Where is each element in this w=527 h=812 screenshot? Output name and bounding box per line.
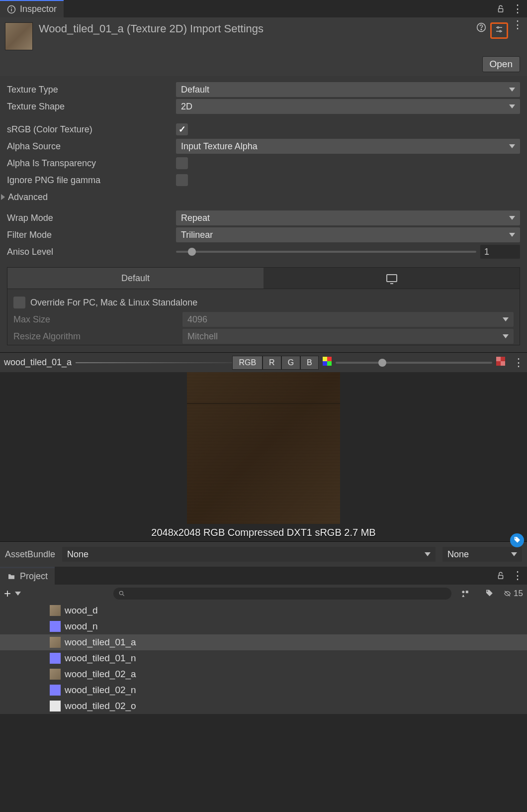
mipmap-icon[interactable] (323, 357, 332, 366)
mip-slider[interactable] (336, 362, 492, 364)
texture-shape-label: Texture Shape (7, 102, 176, 112)
svg-rect-2 (11, 7, 12, 8)
preview-info: 2048x2048 RGB Compressed DXT1 sRGB 2.7 M… (151, 527, 375, 538)
wrap-mode-dropdown[interactable]: Repeat (176, 210, 520, 225)
inspector-tabbar: Inspector ⋮ (0, 0, 527, 17)
lock-icon[interactable] (496, 4, 505, 13)
channel-g-button[interactable]: G (281, 356, 300, 370)
platform-tabs: Default (7, 267, 520, 289)
help-icon[interactable] (476, 22, 486, 32)
alpha-source-dropdown[interactable]: Input Texture Alpha (176, 139, 520, 154)
create-button[interactable]: + (4, 587, 11, 601)
texture-properties: Texture Type Default Texture Shape 2D sR… (0, 76, 527, 352)
file-swatch (50, 653, 61, 664)
platform-tab-standalone[interactable] (264, 268, 520, 289)
resize-algo-label: Resize Algorithm (13, 331, 182, 342)
texture-type-dropdown[interactable]: Default (176, 82, 520, 97)
svg-point-9 (500, 30, 501, 32)
texture-shape-dropdown[interactable]: 2D (176, 99, 520, 114)
svg-rect-14 (466, 591, 468, 593)
header-menu-icon[interactable]: ⋮ (512, 22, 522, 27)
file-row[interactable]: wood_d (0, 603, 527, 618)
alpha-transparency-label: Alpha Is Transparency (7, 158, 176, 169)
file-row[interactable]: wood_tiled_02_n (0, 682, 527, 698)
override-label: Override For PC, Mac & Linux Standalone (30, 298, 197, 308)
svg-rect-10 (499, 575, 503, 579)
svg-point-8 (497, 27, 499, 28)
file-name: wood_tiled_02_n (65, 685, 136, 696)
aniso-level-field[interactable]: 1 (480, 245, 520, 259)
preset-icon[interactable] (495, 25, 504, 34)
project-file-list: wood_dwood_nwood_tiled_01_awood_tiled_01… (0, 603, 527, 714)
alpha-transparency-checkbox[interactable] (176, 157, 188, 169)
preview-divider (76, 362, 232, 363)
srgb-checkbox[interactable] (176, 123, 188, 135)
assetbundle-bar: AssetBundle None None (0, 541, 527, 567)
ignore-png-gamma-checkbox[interactable] (176, 174, 188, 186)
file-swatch (50, 685, 61, 696)
search-by-label-icon[interactable] (479, 587, 499, 601)
inspector-header: Wood_tiled_01_a (Texture 2D) Import Sett… (0, 17, 527, 53)
project-tabbar: Project ⋮ (0, 567, 527, 585)
file-row[interactable]: wood_tiled_02_o (0, 698, 527, 714)
resize-algo-dropdown[interactable]: Mitchell (182, 329, 514, 344)
preset-button-highlight (490, 22, 508, 39)
file-row[interactable]: wood_tiled_01_n (0, 650, 527, 666)
aniso-level-slider[interactable] (176, 251, 476, 253)
file-row[interactable]: wood_n (0, 618, 527, 634)
channel-r-button[interactable]: R (263, 356, 281, 370)
alpha-source-label: Alpha Source (7, 141, 176, 152)
project-menu-icon[interactable]: ⋮ (512, 573, 522, 578)
file-row[interactable]: wood_tiled_02_a (0, 666, 527, 682)
hidden-packages-toggle[interactable]: 15 (503, 587, 523, 601)
max-size-label: Max Size (13, 314, 182, 325)
texture-thumbnail (5, 22, 33, 50)
file-swatch (50, 621, 61, 632)
file-name: wood_tiled_01_n (65, 653, 136, 664)
open-button[interactable]: Open (482, 56, 520, 72)
file-swatch (50, 701, 61, 711)
ignore-png-gamma-label: Ignore PNG file gamma (7, 175, 176, 186)
texture-preview: 2048x2048 RGB Compressed DXT1 sRGB 2.7 M… (0, 372, 527, 541)
project-search[interactable] (113, 588, 451, 600)
create-dropdown-icon[interactable] (15, 592, 21, 596)
inspector-title: Wood_tiled_01_a (Texture 2D) Import Sett… (39, 22, 470, 35)
svg-point-11 (119, 591, 123, 595)
file-swatch (50, 637, 61, 648)
channel-b-button[interactable]: B (300, 356, 319, 370)
advanced-foldout[interactable]: Advanced (1, 189, 520, 205)
context-menu-icon[interactable]: ⋮ (512, 6, 522, 11)
foldout-arrow-icon (1, 194, 5, 200)
max-size-dropdown[interactable]: 4096 (182, 312, 514, 327)
file-name: wood_tiled_02_o (65, 701, 136, 711)
folder-icon (7, 573, 16, 581)
aniso-level-label: Aniso Level (7, 247, 176, 257)
svg-line-12 (123, 595, 124, 596)
asset-label-icon[interactable] (510, 533, 524, 547)
file-name: wood_n (65, 621, 98, 632)
svg-marker-15 (462, 595, 464, 597)
file-swatch (50, 669, 61, 680)
project-toolbar: + 15 (0, 585, 527, 603)
file-name: wood_tiled_01_a (65, 637, 136, 648)
assetbundle-dropdown[interactable]: None (62, 547, 436, 562)
platform-tab-default[interactable]: Default (7, 268, 264, 289)
file-name: wood_d (65, 605, 98, 616)
override-checkbox[interactable] (13, 297, 25, 308)
preview-name: wood_tiled_01_a (0, 357, 76, 368)
svg-rect-1 (11, 8, 12, 11)
file-row[interactable]: wood_tiled_01_a (0, 634, 527, 650)
inspector-tab[interactable]: Inspector (0, 0, 64, 17)
preview-menu-icon[interactable]: ⋮ (509, 360, 527, 365)
info-icon (7, 5, 16, 14)
search-by-type-icon[interactable] (455, 587, 475, 601)
project-tab[interactable]: Project (0, 567, 55, 585)
filter-mode-label: Filter Mode (7, 230, 176, 240)
project-lock-icon[interactable] (496, 571, 505, 580)
monitor-icon (386, 274, 397, 282)
assetbundle-variant-dropdown[interactable]: None (442, 547, 522, 562)
filter-mode-dropdown[interactable]: Trilinear (176, 227, 520, 242)
channel-rgb-button[interactable]: RGB (232, 356, 263, 370)
alpha-grid-icon[interactable] (496, 357, 505, 366)
preview-toolbar: wood_tiled_01_a RGB R G B ⋮ (0, 352, 527, 372)
